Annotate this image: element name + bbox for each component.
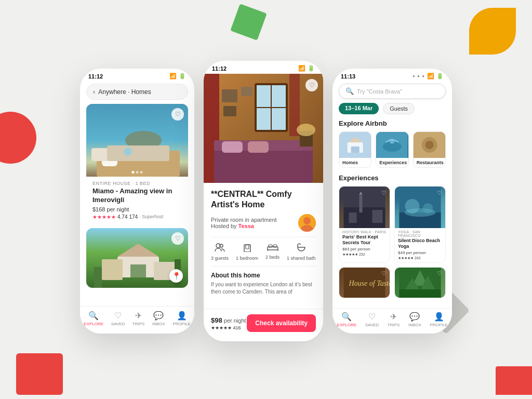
exp-card-paris[interactable]: ♡ HISTORY WALK · PARIS Paris' Best Kept … [339,186,390,263]
phone1-search-bar[interactable]: ‹ Anywhere · Homes [86,84,188,100]
superhost-badge: · Superhost [139,214,163,219]
phone3-guests-chip[interactable]: Guests [383,103,415,114]
phone1-listing1-title: Miamo - Amazing view in Imerovigli [92,187,182,205]
svg-rect-11 [130,264,146,277]
phone-3: 11:13 ● ● ● 📶 🔋 🔍 Try "Costa Brava" 13–1… [332,69,452,334]
phone3-exp-row2: House of Taste ♡ ♡ [339,267,446,298]
phone1-listing1-rating: ★★★★★ 4.74 174 · Superhost [92,214,182,220]
wifi-icon: 📶 [169,73,177,79]
exp-card-nature[interactable]: ♡ [394,267,446,298]
phone2-wifi-icon: 📶 [298,65,305,72]
phone3-date-chip[interactable]: 13–16 Mar [339,103,379,114]
phone2-price-value: $98 [211,316,222,324]
phone1-nav-profile-label: PROFILE [172,322,190,326]
svg-point-65 [423,203,433,214]
phone2-about: About this home If you want to experienc… [211,272,316,296]
phone2-about-text: If you want to experience London at it's… [211,281,316,296]
phone-2: 11:12 📶 🔋 [204,61,323,341]
phone3-nav-saved[interactable]: ♡ SAVED [365,312,379,327]
exp-card-sf[interactable]: ♡ YOGA · SAN FRANCISCO Silent Disco Beac… [394,186,446,263]
svg-rect-32 [223,106,236,116]
phone3-experiences-title: Experiences [339,174,446,182]
phone1-nav-explore-label: EXPLORE [84,322,103,326]
phone3-search-placeholder: Try "Costa Brava" [357,88,402,95]
phone3-nav-profile[interactable]: 👤 PROFILE [430,312,447,327]
svg-point-54 [425,141,433,149]
phone3-nav-inbox[interactable]: 💬 INBOX [408,312,421,327]
phone1-listing1-reviews: 174 [129,214,138,220]
phone2-listing-type: Private room in apartment [211,217,277,223]
phone3-profile-label: PROFILE [430,323,447,327]
phone3-exp-cards: ♡ HISTORY WALK · PARIS Paris' Best Kept … [339,186,446,263]
phone2-price-block: $98 per night ★★★★★ 416 [211,316,246,330]
phone3-trips-label: TRIPS [388,323,400,327]
svg-rect-31 [241,87,252,96]
explore-card-experiences[interactable]: Experiences [376,131,408,168]
amenity-beds-label: 2 beds [265,255,280,260]
phone3-search-bar[interactable]: 🔍 Try "Costa Brava" [339,84,446,99]
phone3-nav-trips[interactable]: ✈ TRIPS [388,312,400,327]
exp-card-food[interactable]: House of Taste ♡ [339,267,390,298]
deco-shape-red-bl [16,353,63,395]
phone1-nav-inbox[interactable]: 💬 INBOX [152,311,165,326]
phone2-hero-heart[interactable]: ♡ [305,79,318,91]
phone2-booking-bar: $98 per night ★★★★★ 416 Check availabili… [204,309,323,341]
exp-paris-title: Paris' Best Kept Secrets Tour [339,234,390,247]
inbox-icon: 💬 [153,311,164,321]
phone1-listing-1-image: ♡ [86,104,188,177]
phone3-explore-title: Explore Airbnb [339,119,446,127]
phone2-battery-icon: 🔋 [308,65,315,72]
svg-point-51 [390,139,395,144]
phone2-rating: ★★★★★ 416 [211,325,246,330]
svg-rect-38 [244,245,250,252]
phone-1: 11:12 📶 🔋 ‹ Anywhere · Homes [80,69,194,334]
phone3-search-icon: 🔍 [345,87,354,95]
phone1-listing-2[interactable]: ♡ 📍 [86,228,188,288]
exp-paris-heart[interactable]: ♡ [381,190,387,196]
exp-sf-badge: YOGA · SAN FRANCISCO [395,228,445,238]
phone2-host-row: Private room in apartment Hosted by Tess… [211,214,316,232]
svg-rect-59 [349,212,357,223]
amenity-bath-label: 1 shared bath [287,256,315,261]
phone2-hosted-by: Hosted by Tessa [211,223,277,229]
svg-point-29 [297,124,315,136]
phone2-price-suffix: per night [222,317,246,324]
phone1-listing1-heart[interactable]: ♡ [171,108,184,121]
guests-icon [215,243,225,254]
svg-point-7 [124,148,132,156]
phone3-saved-icon: ♡ [368,312,376,322]
bedroom-icon [243,243,252,254]
amenity-guests-label: 3 guests [211,256,229,261]
phone1-listing1-info: ENTIRE HOUSE · 1 BED Miamo - Amazing vie… [86,177,188,224]
explore-homes-image [339,132,371,158]
phone3-nav-explore[interactable]: 🔍 EXPLORE [337,312,356,327]
explore-experiences-label: Experiences [376,158,408,167]
exp-food-heart[interactable]: ♡ [381,270,387,277]
phone2-status-bar: 11:12 📶 🔋 [204,61,323,74]
back-arrow-icon[interactable]: ‹ [93,88,95,96]
phone3-time: 11:13 [341,73,355,79]
phone3-profile-icon: 👤 [434,312,444,322]
phone3-bottom-nav: 🔍 EXPLORE ♡ SAVED ✈ TRIPS 💬 INBOX 👤 PROF… [332,308,452,334]
phone3-wifi-icon: 📶 [427,73,434,79]
phone1-nav-saved[interactable]: ♡ SAVED [111,311,125,326]
phone1-nav-trips[interactable]: ✈ TRIPS [132,311,145,326]
svg-rect-14 [94,267,102,288]
explore-card-homes[interactable]: Homes [339,131,371,168]
stars-icon: ★★★★★ [92,214,116,220]
phone1-listing2-heart[interactable]: ♡ [171,232,184,245]
amenity-bedroom-label: 1 bedroom [236,256,258,261]
phone1-nav-profile[interactable]: 👤 PROFILE [172,311,190,326]
phone1-nav-explore[interactable]: 🔍 EXPLORE [84,311,103,326]
exp-paris-price: $83 per person [339,247,390,252]
phone2-host-name[interactable]: Tessa [238,223,254,229]
map-pin-icon[interactable]: 📍 [169,269,183,283]
deco-shape-red-br [496,366,532,395]
check-availability-button[interactable]: Check availability [247,314,316,332]
svg-rect-27 [248,141,269,153]
exp-sf-heart[interactable]: ♡ [437,190,442,196]
phone1-listing-1[interactable]: ♡ ENTIRE HOUSE · 1 BED Miamo - Amazing v… [86,104,188,224]
exp-nature-heart[interactable]: ♡ [437,270,442,277]
explore-card-restaurants[interactable]: Restaurants [413,131,446,168]
dot-1 [132,171,135,174]
